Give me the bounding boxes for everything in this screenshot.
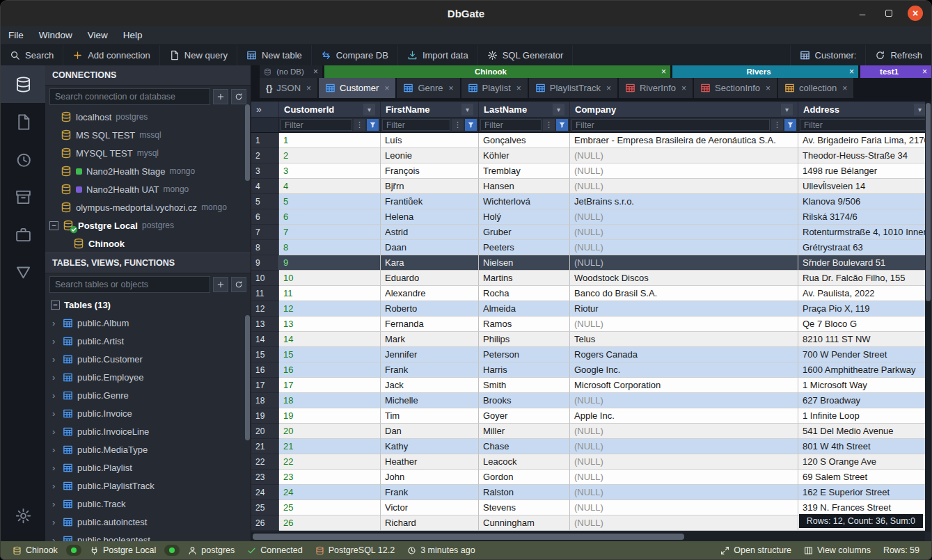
cell[interactable]: Tremblay [479, 163, 570, 179]
close-icon[interactable]: × [515, 83, 521, 93]
cell[interactable]: 18 [279, 393, 381, 408]
tab-genre[interactable]: Genre× [397, 78, 461, 98]
cell[interactable]: Miller [479, 424, 570, 439]
cell[interactable]: Praça Pio X, 119 [798, 301, 931, 317]
cell[interactable]: Harris [479, 362, 570, 378]
add-connection-icon-button[interactable] [213, 89, 228, 104]
cell[interactable]: 162 E Superior Street [798, 485, 931, 500]
table-item-public-customer[interactable]: ›public.Customer [45, 350, 251, 368]
row-number[interactable]: 17 [251, 378, 279, 393]
cell[interactable]: Ullevĺlsveien 14 [798, 179, 931, 194]
row-number[interactable]: 4 [251, 179, 279, 194]
cell[interactable]: (NULL) [570, 500, 798, 515]
cell[interactable]: 20 [279, 424, 381, 439]
cell[interactable]: Riotur [570, 301, 798, 317]
cell[interactable]: Jack [381, 378, 479, 393]
filter-input-lastname[interactable] [480, 119, 542, 131]
cell[interactable]: (NULL) [570, 163, 798, 179]
db-group-tab-no-db[interactable]: (no DB)× [260, 65, 322, 78]
cell[interactable]: (NULL) [570, 439, 798, 454]
toolbar-new-table[interactable]: New table [237, 45, 312, 65]
table-item-public-artist[interactable]: ›public.Artist [45, 332, 251, 350]
db-group-tab-test1[interactable]: test1× [860, 65, 931, 78]
row-number[interactable]: 6 [251, 209, 279, 225]
cell[interactable]: 10 [279, 271, 381, 286]
row-number[interactable]: 9 [251, 255, 279, 271]
rail-gear-button[interactable] [1, 497, 45, 534]
status-rows-59[interactable]: Rows: 59 [877, 545, 926, 555]
grid-corner-expand[interactable]: » [251, 102, 279, 117]
cell[interactable]: Embraer - Empresa Brasileira de Aeronáut… [570, 133, 798, 148]
toolbar-compare-db[interactable]: Compare DB [312, 45, 398, 65]
tab-sectioninfo[interactable]: SectionInfo× [694, 78, 778, 98]
table-row[interactable]: 99KaraNielsen(NULL)Sřnder Boulevard 51 [251, 255, 931, 271]
connection-mysql-test[interactable]: MYSQL TESTmysql [45, 144, 251, 162]
tables-group-row[interactable]: − Tables (13) [45, 296, 251, 314]
row-number[interactable]: 15 [251, 347, 279, 362]
chevron-right-icon[interactable]: › [52, 372, 58, 383]
cell[interactable]: 7 [279, 225, 381, 240]
cell[interactable]: Kara [381, 255, 479, 271]
cell[interactable]: (NULL) [570, 179, 798, 194]
cell[interactable]: 21 [279, 439, 381, 454]
status-connected[interactable]: Connected [241, 545, 308, 555]
cell[interactable]: (NULL) [570, 225, 798, 240]
menu-item-view[interactable]: View [80, 26, 116, 44]
cell[interactable]: Smith [479, 378, 570, 393]
cell[interactable]: Leacock [479, 454, 570, 470]
cell[interactable]: Kathy [381, 439, 479, 454]
cell[interactable]: Eduardo [381, 271, 479, 286]
connection-status-pill[interactable] [66, 545, 81, 556]
cell[interactable]: Apple Inc. [570, 408, 798, 424]
cell[interactable]: (NULL) [570, 209, 798, 225]
cell[interactable]: Almeida [479, 301, 570, 317]
table-row[interactable]: 2020DanMiller(NULL)541 Del Medio Avenue [251, 424, 931, 439]
chevron-down-icon[interactable]: ▾ [363, 104, 375, 115]
row-number[interactable]: 23 [251, 470, 279, 485]
connection-postgre-local[interactable]: −Postgre Localpostgres [45, 216, 251, 234]
filter-input-firstname[interactable] [382, 119, 450, 131]
table-row[interactable]: 2525VictorStevens(NULL)319 N. Frances St… [251, 500, 931, 515]
tab-playlist[interactable]: Playlist× [461, 78, 529, 98]
cell[interactable]: Cunningham [479, 515, 570, 531]
cell[interactable]: 319 N. Frances Street [798, 500, 931, 515]
cell[interactable]: Rua Dr. Falcão Filho, 155 [798, 271, 931, 286]
cell[interactable]: 627 Broadway [798, 393, 931, 408]
cell[interactable]: Victor [381, 500, 479, 515]
cell[interactable]: Heather [381, 454, 479, 470]
row-number[interactable]: 26 [251, 515, 279, 531]
row-number[interactable]: 3 [251, 163, 279, 179]
status-postgre-local[interactable]: Postgre Local [84, 545, 162, 555]
status-chinook[interactable]: Chinook [6, 545, 64, 555]
cell[interactable]: Woodstock Discos [570, 271, 798, 286]
cell[interactable]: Daan [381, 240, 479, 255]
cell[interactable]: Dan [381, 424, 479, 439]
cell[interactable]: 2 [279, 148, 381, 163]
cell[interactable]: 801 W 4th Street [798, 439, 931, 454]
cell[interactable]: Richard [381, 515, 479, 531]
cell[interactable]: 22 [279, 454, 381, 470]
table-row[interactable]: 22LeonieKöhler(NULL)Theodor-Heuss-Straße… [251, 148, 931, 163]
row-number[interactable]: 18 [251, 393, 279, 408]
chevron-down-icon[interactable]: ▾ [914, 104, 926, 115]
collapse-icon[interactable]: − [51, 301, 60, 310]
row-number[interactable]: 7 [251, 225, 279, 240]
menu-dots-icon[interactable]: ⋮ [354, 119, 365, 131]
rail-archive-button[interactable] [1, 178, 45, 216]
close-icon[interactable]: × [764, 83, 771, 93]
cell[interactable]: Holý [479, 209, 570, 225]
toolbar-import-data[interactable]: Import data [398, 45, 478, 65]
table-row[interactable]: 2121KathyChase(NULL)801 W 4th Street [251, 439, 931, 454]
cell[interactable]: Hansen [479, 179, 570, 194]
chevron-right-icon[interactable]: › [52, 499, 58, 509]
cell[interactable]: Rocha [479, 286, 570, 301]
cell[interactable]: (NULL) [570, 317, 798, 332]
tab-customer[interactable]: Customer× [319, 78, 397, 98]
cell[interactable]: Goyer [479, 408, 570, 424]
table-row[interactable]: 1313FernandaRamos(NULL)Qe 7 Bloco G [251, 317, 931, 332]
close-icon[interactable]: × [605, 83, 611, 93]
cell[interactable]: 16 [279, 362, 381, 378]
cell[interactable]: 120 S Orange Ave [798, 454, 931, 470]
row-number[interactable]: 10 [251, 271, 279, 286]
table-row[interactable]: 1010EduardoMartinsWoodstock DiscosRua Dr… [251, 271, 931, 286]
